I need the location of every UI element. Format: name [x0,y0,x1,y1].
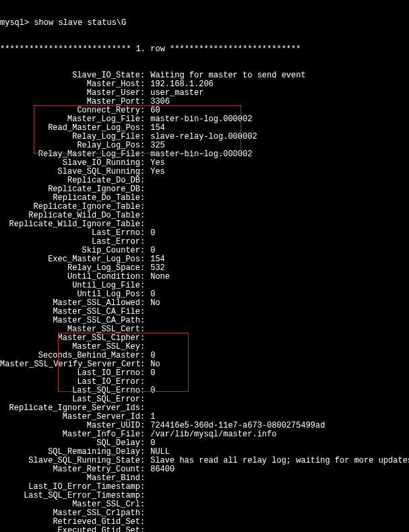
status-row: Master_SSL_Verify_Server_Cert: No [0,360,409,369]
status-label: Executed_Gtid_Set [0,527,140,532]
terminal-output: mysql> show slave status\G *************… [0,0,409,532]
row-header: *************************** 1. row *****… [0,45,409,54]
status-value [146,527,150,532]
status-row: Last_SQL_Errno: 0 [0,387,409,395]
status-row: Master_SSL_Cipher: [0,334,409,343]
status-row: Slave_SQL_Running: Yes [0,168,409,176]
status-row: Master_Host: 192.168.1.206 [0,80,409,89]
status-row: Exec_Master_Log_Pos: 154 [0,255,409,264]
status-value: /var/lib/mysql/master.info [146,430,276,439]
status-row: Master_Retry_Count: 86400 [0,465,409,474]
status-row: Master_Port: 3306 [0,98,409,106]
colon: : [140,527,146,532]
status-value: Slave has read all relay log; waiting fo… [146,457,409,465]
status-row: Last_IO_Error: [0,378,409,387]
status-rows: Slave_IO_State: Waiting for master to se… [0,71,409,532]
status-row: Replicate_Ignore_Server_Ids: [0,404,409,413]
status-row: Relay_Master_Log_File: master-bin-log.00… [0,150,409,159]
status-row: Relay_Log_Space: 532 [0,264,409,273]
status-row: Master_SSL_CA_Path: [0,317,409,325]
status-row: Relay_Log_File: slave-relay-log.000002 [0,133,409,141]
status-row: Executed_Gtid_Set: [0,527,409,532]
status-row: Last_Errno: 0 [0,229,409,238]
status-row: Last_IO_Errno: 0 [0,369,409,378]
prompt-line: mysql> show slave status\G [0,19,409,28]
status-row: Master_User: user_master [0,89,409,98]
status-row: Until_Condition: None [0,273,409,281]
status-row: Replicate_Wild_Ignore_Table: [0,220,409,229]
status-row: Last_Error: [0,238,409,246]
status-row: Master_Info_File: /var/lib/mysql/master.… [0,430,409,439]
status-row: Until_Log_File: [0,281,409,290]
status-row: Last_SQL_Error_Timestamp: [0,492,409,500]
